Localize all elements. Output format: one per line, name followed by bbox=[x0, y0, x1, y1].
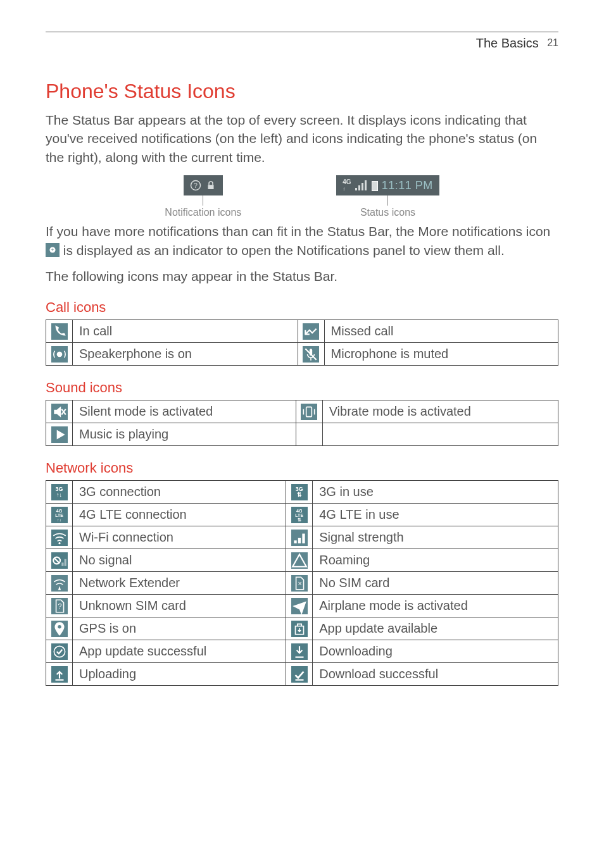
icon-label: Music is playing bbox=[73, 423, 296, 446]
status-group: 4G↕ 11:11 PM Status icons bbox=[336, 175, 439, 218]
page-content: The Basics 21 Phone's Status Icons The S… bbox=[0, 0, 604, 724]
table-row: Silent mode is activated Vibrate mode is… bbox=[46, 400, 558, 423]
icon-label: In call bbox=[73, 320, 298, 343]
svg-point-19 bbox=[58, 542, 60, 544]
lte-indicator-icon: 4G↕ bbox=[343, 179, 351, 192]
notification-strip: ? bbox=[184, 175, 223, 195]
speakerphone-icon bbox=[51, 346, 68, 363]
wifi-icon bbox=[51, 530, 68, 546]
status-caption: Status icons bbox=[336, 207, 439, 218]
network-icons-table: 3G↑↓ 3G connection 3G⇅ 3G in use 4GLTE↑↓… bbox=[46, 480, 558, 686]
icon-label: Downloading bbox=[313, 640, 558, 663]
icon-label: Missed call bbox=[324, 320, 558, 343]
svg-rect-4 bbox=[358, 185, 360, 190]
table-row: ? Unknown SIM card Airplane mode is acti… bbox=[46, 595, 558, 617]
svg-text:?: ? bbox=[194, 182, 198, 189]
4g-lte-icon: 4GLTE↑↓ bbox=[51, 507, 68, 523]
more-notif-text-2: is displayed as an indicator to open the… bbox=[63, 243, 505, 257]
icon-label: 3G in use bbox=[313, 481, 558, 504]
3g-icon: 3G↑↓ bbox=[51, 484, 68, 500]
airplane-icon bbox=[291, 598, 308, 614]
icon-label: App update available bbox=[313, 617, 558, 640]
icon-label: Silent mode is activated bbox=[73, 400, 296, 423]
icon-label: 4G LTE in use bbox=[313, 504, 558, 526]
call-icons-heading: Call icons bbox=[46, 299, 558, 316]
roaming-icon bbox=[291, 552, 308, 569]
svg-text:+: + bbox=[51, 247, 54, 253]
app-update-icon bbox=[291, 621, 308, 637]
phone-icon bbox=[51, 323, 68, 340]
table-row: App update successful Downloading bbox=[46, 640, 558, 663]
icon-label: Signal strength bbox=[313, 526, 558, 549]
svg-marker-18 bbox=[56, 430, 65, 439]
sound-icons-table: Silent mode is activated Vibrate mode is… bbox=[46, 400, 558, 446]
downloading-icon bbox=[291, 643, 308, 660]
missed-call-icon bbox=[303, 323, 319, 340]
network-icons-heading: Network icons bbox=[46, 460, 558, 476]
battery-icon bbox=[372, 181, 378, 191]
table-row: GPS is on App update available bbox=[46, 617, 558, 640]
icon-label: Wi-Fi connection bbox=[73, 526, 286, 549]
notification-caption: Notification icons bbox=[165, 207, 241, 218]
table-row: Wi-Fi connection Signal strength bbox=[46, 526, 558, 549]
statusbar-diagram: ? Notification icons 4G↕ 11:11 PM Status… bbox=[46, 175, 558, 218]
section-name: The Basics bbox=[476, 36, 539, 50]
icon-label: Speakerphone is on bbox=[73, 343, 298, 366]
play-icon bbox=[51, 426, 68, 443]
table-row: In call Missed call bbox=[46, 320, 558, 343]
table-row: 4GLTE↑↓ 4G LTE connection 4GLTE⇅ 4G LTE … bbox=[46, 504, 558, 526]
icon-label: Airplane mode is activated bbox=[313, 595, 558, 617]
svg-point-25 bbox=[58, 625, 61, 628]
page-title: Phone's Status Icons bbox=[46, 80, 558, 103]
icon-label: No SIM card bbox=[313, 572, 558, 595]
no-sim-icon: × bbox=[291, 575, 308, 592]
icon-label: Vibrate mode is activated bbox=[322, 400, 558, 423]
status-strip: 4G↕ 11:11 PM bbox=[336, 175, 439, 195]
more-notifications-paragraph: If you have more notifications than can … bbox=[46, 222, 558, 259]
icon-label: Microphone is muted bbox=[324, 343, 558, 366]
notification-group: ? Notification icons bbox=[165, 175, 241, 218]
call-icons-table: In call Missed call Speakerphone is on M… bbox=[46, 319, 558, 366]
svg-point-10 bbox=[56, 352, 62, 357]
icon-label: No signal bbox=[73, 549, 286, 572]
svg-marker-22 bbox=[293, 554, 306, 567]
icon-label: App update successful bbox=[73, 640, 286, 663]
table-row: 3G↑↓ 3G connection 3G⇅ 3G in use bbox=[46, 481, 558, 504]
page-header: The Basics 21 bbox=[46, 32, 558, 51]
sound-icons-heading: Sound icons bbox=[46, 380, 558, 396]
update-success-icon bbox=[51, 643, 68, 660]
3g-use-icon: 3G⇅ bbox=[291, 484, 308, 500]
svg-text:×: × bbox=[298, 580, 301, 587]
following-paragraph: The following icons may appear in the St… bbox=[46, 267, 558, 285]
icon-label: Unknown SIM card bbox=[73, 595, 286, 617]
svg-rect-2 bbox=[208, 185, 213, 189]
table-row: Uploading Download successful bbox=[46, 663, 558, 686]
icon-label: Roaming bbox=[313, 549, 558, 572]
gps-icon bbox=[51, 621, 68, 637]
table-row: Network Extender × No SIM card bbox=[46, 572, 558, 595]
table-row: Music is playing bbox=[46, 423, 558, 446]
silent-icon bbox=[51, 404, 68, 420]
unknown-sim-icon: ? bbox=[51, 598, 68, 614]
more-notif-text-1: If you have more notifications than can … bbox=[46, 224, 550, 239]
svg-rect-15 bbox=[306, 407, 312, 416]
icon-label: 3G connection bbox=[73, 481, 286, 504]
empty-cell bbox=[296, 423, 322, 446]
download-success-icon bbox=[291, 666, 308, 683]
icon-label: Network Extender bbox=[73, 572, 286, 595]
no-signal-icon bbox=[51, 552, 68, 569]
svg-rect-6 bbox=[365, 180, 367, 190]
icon-label: Uploading bbox=[73, 663, 286, 686]
table-row: No signal Roaming bbox=[46, 549, 558, 572]
network-extender-icon bbox=[51, 575, 68, 592]
vibrate-icon bbox=[301, 404, 317, 420]
mic-muted-icon bbox=[303, 346, 319, 363]
svg-text:?: ? bbox=[58, 602, 61, 610]
signal-bars-icon bbox=[355, 180, 368, 190]
signal-icon bbox=[291, 530, 308, 546]
svg-rect-3 bbox=[355, 188, 357, 190]
svg-line-21 bbox=[54, 558, 60, 564]
question-icon: ? bbox=[190, 180, 201, 191]
page-number: 21 bbox=[547, 37, 558, 48]
icon-label: GPS is on bbox=[73, 617, 286, 640]
